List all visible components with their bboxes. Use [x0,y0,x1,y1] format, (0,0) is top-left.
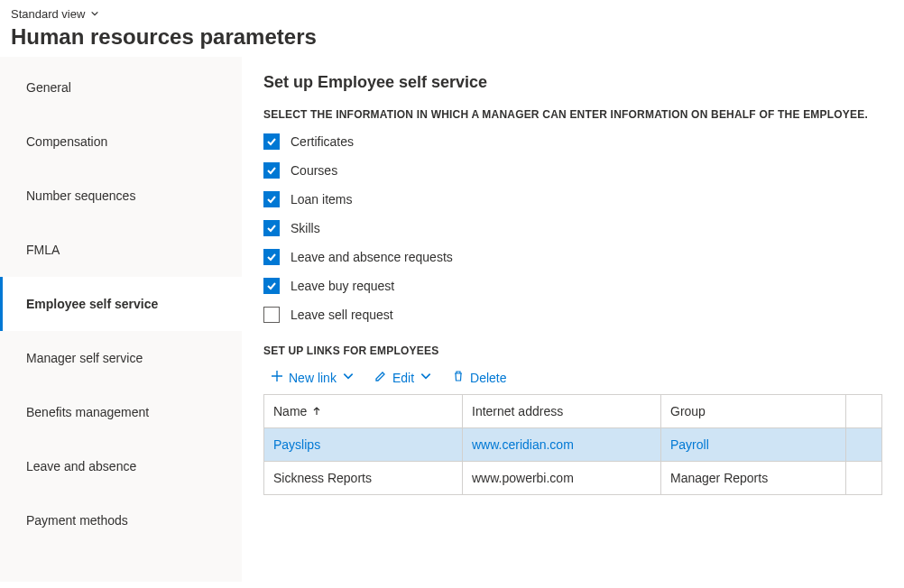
sidebar-item-label: Leave and absence [26,459,136,473]
cell-end [846,428,882,462]
col-header-group[interactable]: Group [661,395,846,428]
edit-button[interactable]: Edit [374,370,432,385]
col-header-address[interactable]: Internet address [463,395,661,428]
checkbox[interactable] [263,162,280,179]
col-header-name[interactable]: Name [264,395,463,428]
edit-label: Edit [392,371,414,385]
sidebar-item-number-sequences[interactable]: Number sequences [0,169,242,223]
option-skills: Skills [263,220,882,236]
sidebar-item-label: Compensation [26,134,107,149]
links-table: Name Internet address Group [263,394,882,495]
option-leave-and-absence-requests: Leave and absence requests [263,249,882,265]
cell-group: Payroll [661,428,846,462]
cell-name: Sickness Reports [264,462,463,495]
checkbox-label: Leave and absence requests [291,250,453,264]
sidebar-item-employee-self-service[interactable]: Employee self service [0,277,242,331]
option-leave-buy-request: Leave buy request [263,278,882,294]
cell-group: Manager Reports [661,462,846,495]
checkbox[interactable] [263,133,280,150]
checkbox[interactable] [263,220,280,236]
col-header-end [846,395,882,428]
page-title: Human resources parameters [11,24,893,50]
main-panel: Set up Employee self service SELECT THE … [242,57,904,582]
new-link-button[interactable]: New link [271,370,355,385]
sidebar-item-label: Benefits management [26,405,149,419]
option-leave-sell-request: Leave sell request [263,307,882,323]
sidebar-item-manager-self-service[interactable]: Manager self service [0,331,242,385]
checkbox[interactable] [263,191,280,207]
sort-asc-icon [312,404,321,418]
delete-label: Delete [470,371,506,385]
links-section-header: SET UP LINKS FOR EMPLOYEES [263,345,882,357]
view-switcher[interactable]: Standard view [11,5,99,23]
sidebar-item-fmla[interactable]: FMLA [0,223,242,277]
checkbox-label: Loan items [291,192,352,207]
sidebar-item-compensation[interactable]: Compensation [0,115,242,169]
new-link-label: New link [289,371,337,385]
option-certificates: Certificates [263,133,882,150]
sidebar-nav: GeneralCompensationNumber sequencesFMLAE… [0,57,242,582]
pencil-icon [374,370,387,385]
delete-button[interactable]: Delete [452,370,506,385]
sidebar-item-leave-and-absence[interactable]: Leave and absence [0,439,242,493]
sidebar-item-label: FMLA [26,243,60,257]
table-row[interactable]: Payslipswww.ceridian.comPayroll [264,428,882,462]
sidebar-item-payment-methods[interactable]: Payment methods [0,493,242,547]
view-switcher-label: Standard view [11,7,85,21]
sidebar-item-benefits-management[interactable]: Benefits management [0,385,242,439]
cell-end [846,462,882,495]
cell-name: Payslips [264,428,463,462]
table-row[interactable]: Sickness Reportswww.powerbi.comManager R… [264,462,882,495]
trash-icon [452,370,465,385]
sidebar-item-general[interactable]: General [0,60,242,115]
sidebar-item-label: Number sequences [26,188,135,203]
checkbox[interactable] [263,278,280,294]
section-title: Set up Employee self service [263,73,882,92]
sidebar-item-label: General [26,80,71,95]
manager-section-header: SELECT THE INFORMATION IN WHICH A MANAGE… [263,108,882,121]
checkbox[interactable] [263,307,280,323]
checkbox-label: Certificates [291,134,354,149]
cell-address: www.ceridian.com [463,428,661,462]
plus-icon [271,370,283,385]
checkbox-label: Courses [291,163,337,178]
chevron-down-icon [90,7,99,21]
checkbox[interactable] [263,249,280,265]
checkbox-label: Leave sell request [291,308,393,322]
checkbox-label: Skills [291,221,320,235]
links-toolbar: New link Edit [271,370,882,385]
chevron-down-icon [342,370,355,385]
chevron-down-icon [420,370,432,385]
sidebar-item-label: Employee self service [26,297,158,311]
sidebar-item-label: Payment methods [26,513,128,528]
checkbox-label: Leave buy request [291,279,394,293]
cell-address: www.powerbi.com [463,462,661,495]
option-courses: Courses [263,162,882,179]
manager-options-list: CertificatesCoursesLoan itemsSkillsLeave… [263,133,882,323]
sidebar-item-label: Manager self service [26,351,143,365]
option-loan-items: Loan items [263,191,882,207]
